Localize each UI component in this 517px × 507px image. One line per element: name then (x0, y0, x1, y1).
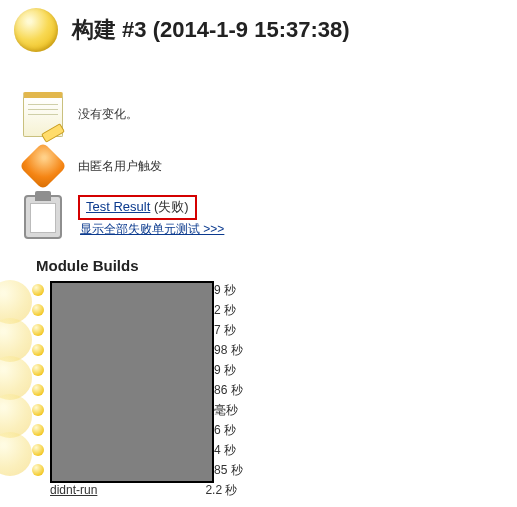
status-dot-icon (32, 464, 44, 476)
test-result-status: (失败) (154, 199, 189, 214)
redaction-overlay (50, 281, 214, 483)
status-dot-icon (32, 404, 44, 416)
module-duration: 2.2 秒 (205, 482, 237, 499)
status-dot-icon (32, 344, 44, 356)
module-link[interactable]: didnt-run (50, 483, 97, 497)
module-builds-list: module-1 0.9 秒 module-2 3.2 秒 module-3 2… (32, 280, 517, 500)
status-dot-icon (32, 304, 44, 316)
trigger-icon (19, 142, 67, 190)
status-dot-icon (32, 284, 44, 296)
status-dot-icon (32, 424, 44, 436)
status-dot-icon (32, 444, 44, 456)
module-builds-heading: Module Builds (36, 257, 517, 274)
no-changes-text: 没有变化。 (78, 106, 138, 123)
changes-row: 没有变化。 (20, 92, 517, 137)
clipboard-icon (24, 195, 62, 239)
module-row: didnt-run 2.2 秒 (32, 480, 517, 500)
status-dot-icon (32, 324, 44, 336)
status-ball-icon (14, 8, 58, 52)
decorative-background (0, 280, 32, 470)
page-title: 构建 #3 (2014-1-9 15:37:38) (72, 15, 350, 45)
show-all-failed-link[interactable]: 显示全部失败单元测试 >>> (80, 221, 224, 238)
triggered-by-text: 由匿名用户触发 (78, 158, 162, 175)
status-dot-icon (32, 384, 44, 396)
trigger-row: 由匿名用户触发 (20, 145, 517, 187)
build-header: 构建 #3 (2014-1-9 15:37:38) (0, 0, 517, 52)
test-result-highlight: Test Result (失败) (78, 195, 197, 220)
test-result-row: Test Result (失败) 显示全部失败单元测试 >>> (20, 195, 517, 239)
notepad-icon (23, 92, 63, 137)
build-info-list: 没有变化。 由匿名用户触发 Test Result (失败) 显示全部失败单元测… (0, 92, 517, 239)
test-result-link[interactable]: Test Result (86, 199, 150, 214)
status-dot-icon (32, 364, 44, 376)
